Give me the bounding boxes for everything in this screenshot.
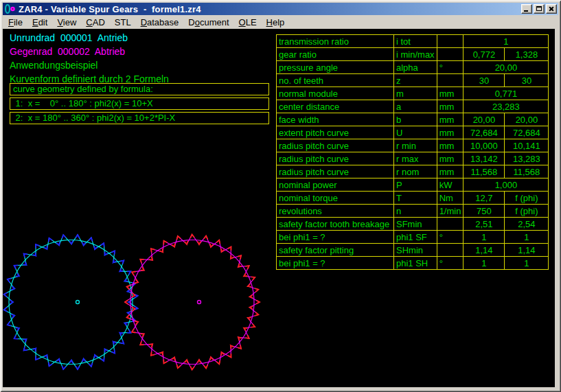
table-row: safety factor tooth breakageSFmin2,512,5… [277,218,549,231]
row-value-2: 72,684 [505,126,549,139]
row-value-2: 1 [505,257,549,270]
row-value-2: 2,54 [505,218,549,231]
row-unit: ° [437,257,463,270]
row-label: transmission ratio [277,35,394,48]
app-window: ZAR4 - Variable Spur Gears - formel1.zr4… [0,0,561,392]
row-value-2: f (phi) [505,192,549,205]
row-value-2: 10,141 [505,139,549,152]
row-label: no. of teeth [277,74,394,87]
menu-item-ole[interactable]: OLE [234,16,262,29]
row-unit: mm [437,100,463,113]
gear-info-line: Gegenrad 000002 Abtrieb [10,45,169,58]
row-label: bei phi1 = ? [277,257,394,270]
row-label: extent pitch curve [277,126,394,139]
row-value-1: 2,51 [463,218,505,231]
row-unit: mm [437,113,463,126]
row-symbol: i tot [394,35,437,48]
menu-item-view[interactable]: View [52,16,81,29]
row-symbol: z [394,74,437,87]
results-table: transmission ratioi tot1gear ratioi min/… [276,34,549,270]
row-label: safety factor tooth breakage [277,218,394,231]
row-value-1: 1 [463,231,505,244]
menu-item-cad[interactable]: CAD [81,16,109,29]
menu-item-document[interactable]: Document [183,16,233,29]
row-value-1: 0,772 [463,48,505,61]
table-row: safety factor pittingSHmin1,141,14 [277,244,549,257]
row-symbol: P [394,178,437,192]
window-controls [521,4,557,14]
table-row: gear ratioi min/max0,7721,328 [277,48,549,61]
row-unit: mm [437,152,463,165]
table-row: radius pitch curver nommm11,56811,568 [277,165,549,178]
gear-info-line: Anwendungsbeispiel [10,58,169,72]
table-row: bei phi1 = ?phi1 SH°11 [277,257,549,270]
row-unit: kW [437,178,463,192]
formula-box: curve geometry defined by formula: 1: x … [10,83,269,126]
row-value-2: 30 [505,74,549,87]
menu-item-file[interactable]: File [3,16,27,29]
row-label: pressure angle [277,61,394,74]
row-value-1: 1 [463,257,505,270]
row-unit: ° [437,61,463,74]
row-label: nominal torque [277,192,394,205]
right-gear-center-mark [198,301,201,304]
row-symbol: a [394,100,437,113]
row-symbol: T [394,192,437,205]
row-value-2: 20,00 [505,113,549,126]
row-value-1: 750 [463,205,505,218]
row-value: 23,283 [463,100,549,113]
row-unit: mm [437,87,463,100]
row-label: bei phi1 = ? [277,231,394,244]
menu-item-help[interactable]: Help [262,16,290,29]
left-gear-center-mark [76,301,80,304]
row-label: gear ratio [277,48,394,61]
row-value: 0,771 [463,87,549,100]
row-label: safety factor pitting [277,244,394,257]
row-symbol: m [394,87,437,100]
row-value-1: 10,000 [463,139,505,152]
row-unit: ° [437,231,463,244]
row-value-1: 72,684 [463,126,505,139]
row-symbol: n [394,205,437,218]
gear-info-lines: Unrundrad 000001 AntriebGegenrad 000002 … [10,31,169,86]
row-unit: mm [437,126,463,139]
formula-row: 2: x = 180° .. 360° : phi2(x) = 10+2*PI-… [10,112,269,124]
row-unit [437,244,463,257]
table-row: radius pitch curver minmm10,00010,141 [277,139,549,152]
table-row: bei phi1 = ?phi1 SF°11 [277,231,549,244]
row-unit [437,48,463,61]
table-row: extent pitch curveUmm72,68472,684 [277,126,549,139]
row-unit [437,35,463,48]
formula-row: 1: x = 0° .. 180° : phi2(x) = 10+X [10,97,269,110]
row-symbol: r min [394,139,437,152]
row-unit [437,74,463,87]
row-unit: Nm [437,192,463,205]
row-symbol: alpha [394,61,437,74]
formula-row: curve geometry defined by formula: [10,83,269,95]
table-row: face widthbmm20,0020,00 [277,113,549,126]
menu-item-edit[interactable]: Edit [27,16,52,29]
row-label: radius pitch curve [277,152,394,165]
table-row: nominal torqueTNm12,7f (phi) [277,192,549,205]
row-symbol: U [394,126,437,139]
row-unit: mm [437,165,463,178]
close-button[interactable] [546,4,557,14]
drawing-canvas: Unrundrad 000001 AntriebGegenrad 000002 … [3,29,555,387]
menu-item-stl[interactable]: STL [110,16,136,29]
row-symbol: r nom [394,165,437,178]
row-value-1: 11,568 [463,165,505,178]
row-symbol: phi1 SH [394,257,437,270]
row-value-2: 13,283 [505,152,549,165]
minimize-icon [524,10,528,12]
menu-item-database[interactable]: Database [136,16,184,29]
table-row: no. of teethz3030 [277,74,549,87]
row-value-2: 11,568 [505,165,549,178]
row-label: radius pitch curve [277,139,394,152]
minimize-button[interactable] [521,4,532,14]
window-title: ZAR4 - Variable Spur Gears - formel1.zr4 [19,4,201,14]
app-icon [4,4,16,14]
row-value-1: 30 [463,74,505,87]
row-label: revolutions [277,205,394,218]
row-unit: 1/min [437,205,463,218]
maximize-button[interactable] [534,4,545,14]
